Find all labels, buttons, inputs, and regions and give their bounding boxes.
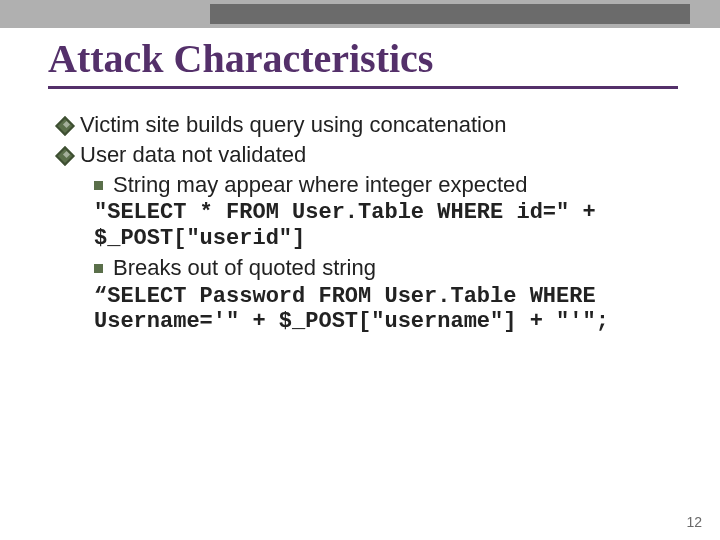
title-rule	[48, 86, 678, 89]
page-number: 12	[686, 514, 702, 530]
square-icon	[94, 181, 103, 190]
sub-bullet-group: String may appear where integer expected…	[94, 171, 670, 335]
bullet-level1: Victim site builds query using concatena…	[58, 111, 670, 139]
bullet-text: String may appear where integer expected	[113, 171, 528, 199]
bullet-level2: Breaks out of quoted string	[94, 254, 670, 282]
square-icon	[94, 264, 103, 273]
bullet-level2: String may appear where integer expected	[94, 171, 670, 199]
slide-top-bar	[0, 0, 720, 28]
slide-title: Attack Characteristics	[48, 38, 662, 80]
slide-content: Attack Characteristics Victim site build…	[0, 28, 720, 540]
bullet-text: User data not validated	[80, 141, 306, 169]
bullet-text: Victim site builds query using concatena…	[80, 111, 506, 139]
bullet-level1: User data not validated	[58, 141, 670, 169]
diamond-icon	[58, 119, 72, 133]
code-snippet: "SELECT * FROM User.Table WHERE id=" + $…	[94, 200, 670, 252]
diamond-icon	[58, 149, 72, 163]
code-snippet: “SELECT Password FROM User.Table WHERE U…	[94, 284, 670, 336]
bullet-text: Breaks out of quoted string	[113, 254, 376, 282]
slide-body: Victim site builds query using concatena…	[56, 111, 670, 335]
